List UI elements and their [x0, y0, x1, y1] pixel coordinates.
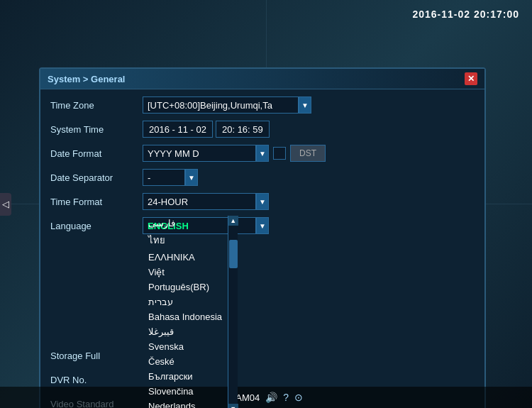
datesep-dropdown-arrow[interactable]: ▼: [185, 169, 198, 186]
language-dropdown-open: فارسی ไทย ΕΛΛΗΝΙΚΑ Việt Português(BR) עב…: [143, 216, 238, 408]
lang-option-12[interactable]: Nederlands: [143, 399, 228, 408]
timeformat-control: 24-HOUR ▼: [143, 193, 269, 210]
dialog-titlebar: System > General ✕: [40, 69, 484, 89]
timeformat-label: Time Format: [50, 197, 143, 207]
dst-checkbox[interactable]: [273, 147, 286, 160]
timestamp: 2016-11-02 20:17:00: [412, 9, 519, 20]
dateformat-field-wrapper: YYYY MM D ▼: [143, 145, 269, 162]
timeformat-row: Time Format 24-HOUR ▼: [50, 192, 475, 211]
dateformat-label: Date Format: [50, 148, 143, 159]
lang-option-2[interactable]: ΕΛΛΗΝΙΚΑ: [143, 250, 228, 265]
lang-option-5[interactable]: עברית: [143, 294, 228, 309]
lang-option-6[interactable]: Bahasa Indonesia: [143, 309, 228, 324]
timezone-label: Time Zone: [50, 100, 143, 111]
systemtime-date[interactable]: 2016 - 11 - 02: [143, 121, 213, 138]
side-button[interactable]: ◁: [0, 193, 11, 216]
lang-option-4[interactable]: Português(BR): [143, 280, 228, 294]
close-button[interactable]: ✕: [465, 72, 477, 85]
datesep-control: - ▼: [143, 169, 198, 186]
lang-option-10[interactable]: Български: [143, 369, 228, 384]
storagefull-label: Storage Full: [50, 351, 143, 361]
help-icon[interactable]: ?: [283, 392, 289, 403]
scroll-down-button[interactable]: ▼: [228, 404, 238, 408]
dvrno-label: DVR No.: [50, 375, 143, 385]
datesep-row: Date Separator - ▼: [50, 167, 475, 187]
dateformat-value[interactable]: YYYY MM D: [143, 145, 256, 162]
storagefull-row: Storage Full: [50, 346, 475, 365]
language-row: Language ENGLISH ▼ فارسی ไทย ΕΛΛΗΝΙΚΑ Vi…: [50, 216, 475, 236]
systemtime-time[interactable]: 20: 16: 59: [216, 121, 270, 138]
dst-button[interactable]: DST: [290, 145, 326, 162]
audio-icon: 🔊: [265, 392, 277, 403]
lang-option-11[interactable]: Slovenčina: [143, 384, 228, 399]
language-dropdown-list: فارسی ไทย ΕΛΛΗΝΙΚΑ Việt Português(BR) עב…: [143, 216, 228, 408]
dialog-content: Time Zone [UTC+08:00]Beijing,Urumqi,Ta ▼…: [40, 89, 484, 408]
datesep-field-wrapper: - ▼: [143, 169, 198, 186]
lang-option-0[interactable]: فارسی: [143, 216, 228, 231]
lang-option-1[interactable]: ไทย: [143, 231, 228, 250]
datesep-value[interactable]: -: [143, 169, 185, 186]
dialog-title: System > General: [48, 74, 125, 84]
timezone-control: [UTC+08:00]Beijing,Urumqi,Ta ▼: [143, 97, 311, 114]
scroll-up-button[interactable]: ▲: [228, 216, 238, 226]
systemtime-label: System Time: [50, 124, 143, 135]
timeformat-dropdown-arrow[interactable]: ▼: [256, 193, 269, 210]
scrollbar-thumb[interactable]: [229, 240, 238, 268]
timezone-dropdown-arrow[interactable]: ▼: [299, 97, 311, 114]
datesep-label: Date Separator: [50, 172, 143, 183]
dateformat-dropdown-arrow[interactable]: ▼: [256, 145, 269, 162]
systemtime-fields: 2016 - 11 - 02 20: 16: 59: [143, 121, 270, 138]
timeformat-field-wrapper: 24-HOUR ▼: [143, 193, 269, 210]
lang-option-7[interactable]: قيبرغلا: [143, 324, 228, 339]
language-dropdown-wrapper: فارسی ไทย ΕΛΛΗΝΙΚΑ Việt Português(BR) עב…: [143, 216, 238, 408]
timezone-row: Time Zone [UTC+08:00]Beijing,Urumqi,Ta ▼: [50, 95, 475, 115]
language-dropdown-arrow[interactable]: ▼: [256, 217, 269, 234]
dialog-system-general: System > General ✕ Time Zone [UTC+08:00]…: [39, 67, 486, 408]
dateformat-row: Date Format YYYY MM D ▼ DST: [50, 143, 475, 163]
systemtime-control: 2016 - 11 - 02 20: 16: 59: [143, 121, 270, 138]
side-arrow-icon: ◁: [2, 199, 9, 209]
timezone-field-wrapper: [UTC+08:00]Beijing,Urumqi,Ta ▼: [143, 97, 311, 114]
language-label: Language: [50, 221, 143, 231]
language-scrollbar: ▲ ▼: [228, 216, 238, 408]
lang-option-9[interactable]: České: [143, 354, 228, 369]
dateformat-control: YYYY MM D ▼ DST: [143, 145, 326, 162]
lang-option-8[interactable]: Svenska: [143, 339, 228, 354]
systemtime-row: System Time 2016 - 11 - 02 20: 16: 59: [50, 119, 475, 139]
bottom-bar: CAM04 🔊 ? ⊙: [0, 387, 532, 408]
camera-icon: ⊙: [294, 392, 303, 403]
timeformat-value[interactable]: 24-HOUR: [143, 193, 256, 210]
lang-option-3[interactable]: Việt: [143, 265, 228, 280]
timezone-value[interactable]: [UTC+08:00]Beijing,Urumqi,Ta: [143, 97, 299, 114]
scrollbar-track: [228, 226, 238, 404]
